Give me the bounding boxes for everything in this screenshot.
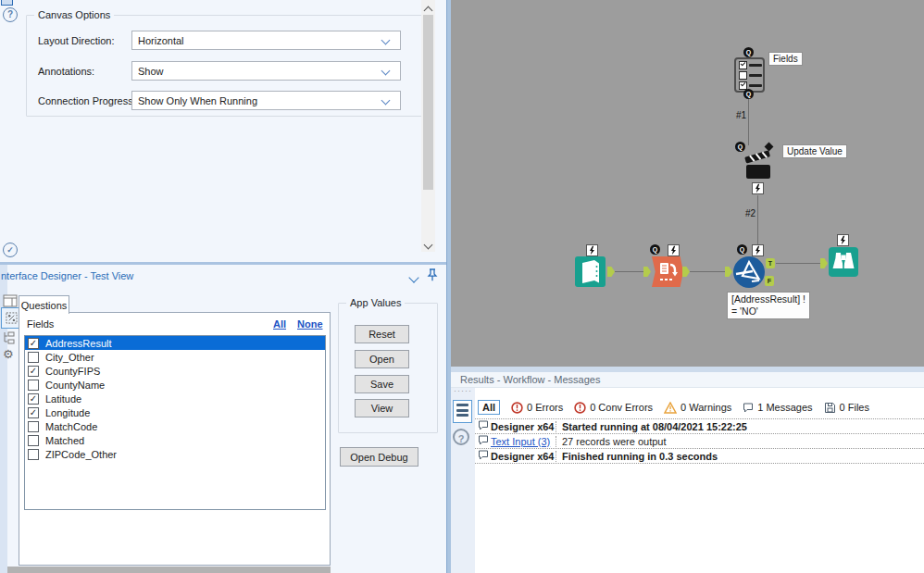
input-anchor[interactable]: [643, 267, 651, 277]
input-anchor[interactable]: [725, 267, 732, 277]
save-button[interactable]: Save: [355, 375, 409, 393]
open-debug-button[interactable]: Open Debug: [340, 447, 418, 467]
check-circle-icon[interactable]: ✓: [3, 243, 18, 257]
filter-warnings-button[interactable]: 0 Warnings: [664, 402, 731, 414]
list-item[interactable]: ✓ AddressResult: [25, 336, 325, 350]
filter-files-label: 0 Files: [840, 402, 869, 413]
action-anchor[interactable]: [752, 244, 764, 256]
layout-direction-dropdown[interactable]: Horizontal: [131, 31, 401, 50]
checkbox[interactable]: ✓: [28, 338, 39, 349]
output-anchor[interactable]: [607, 267, 615, 277]
annotations-value: Show: [138, 66, 382, 77]
list-item-label: AddressResult: [39, 338, 112, 349]
list-item-label: CountyName: [39, 380, 105, 391]
connection-progress-label: Connection Progress:: [38, 95, 136, 106]
input-anchor[interactable]: [820, 258, 828, 268]
checkbox[interactable]: [28, 435, 39, 446]
list-item[interactable]: ZIPCode_Other: [25, 447, 325, 461]
message-text: 27 records were output: [556, 436, 924, 447]
list-item[interactable]: Matched: [25, 433, 325, 447]
rail-properties-button[interactable]: ⚙: [3, 347, 18, 362]
select-all-link[interactable]: All: [273, 318, 286, 330]
checkbox[interactable]: [28, 421, 39, 432]
true-output-anchor[interactable]: T: [766, 258, 775, 268]
results-title: Results - Workflow - Messages: [460, 374, 600, 385]
open-button[interactable]: Open: [355, 350, 409, 368]
list-item[interactable]: ✓ CountyFIPS: [25, 364, 325, 378]
rail-layout-view-button[interactable]: [3, 294, 18, 307]
connection-line[interactable]: [615, 271, 643, 272]
connection-progress-dropdown[interactable]: Show Only When Running: [131, 91, 401, 110]
filter-errors-label: 0 Errors: [527, 402, 563, 413]
false-output-anchor[interactable]: F: [765, 276, 774, 286]
question-anchor[interactable]: Q: [743, 89, 754, 99]
chevron-down-icon: [424, 241, 433, 250]
filter-errors-button[interactable]: 0 Errors: [511, 402, 563, 414]
filter-messages-button[interactable]: 1 Messages: [743, 402, 812, 413]
list-item[interactable]: ✓ Longitude: [25, 405, 325, 419]
filter-all-button[interactable]: All: [478, 400, 500, 415]
filter-conv-errors-button[interactable]: 0 Conv Errors: [574, 402, 653, 414]
message-row[interactable]: Text Input (3) 27 records were output: [475, 434, 924, 449]
message-row[interactable]: Designer x64 Finished running in 0.3 sec…: [475, 449, 924, 464]
list-item[interactable]: ✓ Latitude: [25, 392, 325, 405]
results-help-button[interactable]: ?: [453, 429, 469, 445]
scroll-down-button[interactable]: [425, 239, 431, 250]
select-none-link[interactable]: None: [297, 318, 323, 330]
input-data-tool[interactable]: [575, 256, 606, 287]
binoculars-icon: [829, 247, 858, 277]
list-item[interactable]: MatchCode: [25, 419, 325, 433]
connection-line[interactable]: [776, 263, 820, 264]
connection-line[interactable]: [690, 271, 725, 272]
message-bubble-icon: [478, 420, 489, 430]
view-button[interactable]: View: [355, 399, 409, 417]
filter-tool[interactable]: [733, 256, 765, 288]
text-input-tool[interactable]: [652, 256, 683, 287]
list-item[interactable]: CountyName: [25, 378, 325, 392]
checkbox[interactable]: ✓: [28, 393, 39, 405]
pin-button[interactable]: [426, 268, 440, 282]
message-source-link[interactable]: Text Input (3): [491, 436, 556, 447]
output-anchor[interactable]: [682, 267, 690, 277]
results-toolbar: All 0 Errors 0 Conv Errors 0 Warnings 1 …: [475, 397, 921, 417]
browse-tool[interactable]: [829, 247, 858, 277]
messages-view-button[interactable]: [453, 400, 472, 423]
list-item-label: City_Other: [39, 352, 94, 363]
help-icon[interactable]: ?: [3, 7, 18, 22]
connection-line[interactable]: [757, 195, 758, 244]
tab-questions[interactable]: Questions: [19, 295, 69, 314]
drag-handle[interactable]: ·····: [454, 386, 472, 395]
action-anchor[interactable]: [586, 244, 598, 256]
action-anchor[interactable]: [837, 234, 849, 246]
question-anchor[interactable]: Q: [743, 47, 754, 57]
checkbox[interactable]: [28, 449, 39, 460]
workflow-canvas[interactable]: Q Q Fields #1 Q Update Value: [451, 0, 924, 367]
checkbox[interactable]: ✓: [28, 407, 39, 418]
rail-tree-view-button[interactable]: [2, 330, 18, 345]
checkbox[interactable]: ✓: [28, 366, 39, 377]
fields-listbox[interactable]: ✓ AddressResult City_Other ✓ CountyFIPS …: [24, 335, 326, 510]
chevron-down-icon: [408, 272, 418, 282]
question-anchor[interactable]: Q: [737, 244, 747, 255]
annotations-dropdown[interactable]: Show: [131, 61, 401, 81]
message-bubble-icon: [478, 435, 489, 445]
checkbox[interactable]: [28, 380, 39, 391]
layout-view-panel: ? ✓ Canvas Options Layout Direction: Hor…: [0, 0, 446, 262]
listbox-tool[interactable]: [734, 57, 765, 93]
action-anchor[interactable]: [668, 244, 680, 256]
message-row[interactable]: Designer x64 Started running at 08/04/20…: [475, 418, 924, 434]
filter-files-button[interactable]: 0 Files: [824, 402, 869, 414]
line-glyph: [749, 84, 762, 87]
connection-line[interactable]: [748, 99, 749, 145]
action-anchor[interactable]: [752, 182, 764, 194]
vertical-scrollbar[interactable]: [421, 0, 435, 252]
checkbox-glyph: [739, 71, 747, 80]
checkbox[interactable]: [28, 352, 39, 363]
scrollbar-thumb[interactable]: [423, 15, 433, 190]
question-anchor[interactable]: Q: [650, 244, 660, 255]
reset-button[interactable]: Reset: [355, 325, 409, 343]
results-header[interactable]: Results - Workflow - Messages: [451, 372, 924, 388]
action-tool[interactable]: [742, 141, 779, 181]
tree-icon: [2, 330, 18, 345]
list-item[interactable]: City_Other: [25, 350, 325, 364]
